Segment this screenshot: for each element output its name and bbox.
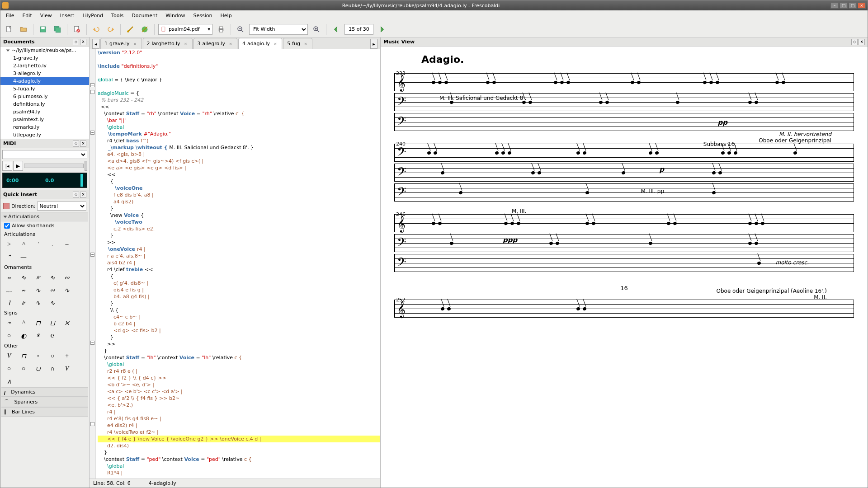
musicview-close-button[interactable]: × [859,39,865,45]
ornament-button[interactable]: ⌇ [3,298,15,308]
ornament-button[interactable]: ﹏ [3,285,15,295]
ornament-button[interactable]: 𝆗 [3,272,15,282]
ornament-button[interactable]: ∿ [47,272,58,282]
editor-tab[interactable]: 1-grave.ly× [100,38,142,49]
tabs-scroll-right[interactable]: ▸ [370,39,377,49]
ornament-button[interactable]: ∿ [61,285,73,295]
musicview-undock-button[interactable]: ◇ [851,39,858,45]
ornament-button[interactable]: ∿ [18,272,29,282]
editor-tab[interactable]: 2-larghetto.ly× [143,38,193,49]
sign-button[interactable]: ⊓ [32,318,44,328]
menu-session[interactable]: Session [190,11,216,20]
midi-close-button[interactable]: × [80,141,86,147]
articulation-button[interactable]: — [18,252,29,262]
midi-port-select[interactable] [2,150,87,159]
section-spanners[interactable]: ⌒ Spanners [1,397,88,407]
print-button[interactable] [215,23,227,35]
menu-file[interactable]: File [2,11,18,20]
document-item[interactable]: titlepage.ly [0,131,89,139]
menu-insert[interactable]: Insert [57,11,78,20]
zoom-out-button[interactable] [235,23,246,35]
ornament-button[interactable]: 𝆗 [18,285,29,295]
new-file-button[interactable] [3,23,15,35]
minimize-button[interactable]: – [830,2,839,9]
document-item[interactable]: 1-grave.ly [0,54,89,62]
save-button[interactable] [37,23,49,35]
direction-select[interactable]: Neutral [37,202,86,211]
section-articulations[interactable]: Articulations [1,212,88,221]
tab-close-icon[interactable]: × [132,41,138,47]
page-input[interactable] [344,24,373,35]
tab-close-icon[interactable]: × [303,41,308,47]
maximize-button[interactable]: ▢ [849,2,857,9]
editor-tab[interactable]: 5-fug× [283,38,312,49]
menu-help[interactable]: Help [217,11,236,20]
zoom-in-button[interactable] [311,23,322,35]
tab-close-icon[interactable]: × [228,41,233,47]
document-item[interactable]: remarks.ly [0,123,89,131]
articulation-button[interactable]: ^ [18,239,29,249]
sign-button[interactable]: ○ [3,331,15,341]
other-button[interactable]: ○ [47,351,58,361]
articulation-button[interactable]: . [47,239,58,249]
other-button[interactable]: ○ [3,364,15,374]
sign-button[interactable]: 𝄋 [32,331,44,341]
other-button[interactable]: ○ [18,364,29,374]
code-editor[interactable]: − − − − − − \version "2.12.0" \include "… [90,49,380,479]
sign-button[interactable]: 𝄐 [3,318,15,328]
ornament-button[interactable]: 𝆖 [18,298,29,308]
sign-button[interactable]: ^ [18,318,29,328]
document-item[interactable]: definitions.ly [0,100,89,108]
midi-play-button[interactable]: ▶ [13,161,23,171]
midi-position-slider[interactable] [24,164,84,168]
compile-preview-button[interactable] [139,23,151,35]
sign-button[interactable]: ⊔ [47,318,58,328]
articulation-button[interactable]: ⌃ [3,252,15,262]
allow-shorthands-checkbox[interactable] [4,223,10,229]
midi-volume-slider[interactable] [85,161,87,171]
section-dynamics[interactable]: f Dynamics [1,387,88,397]
other-button[interactable]: ∩ [47,364,58,374]
close-file-button[interactable] [71,23,83,35]
menu-lilypond[interactable]: LilyPond [79,11,107,20]
sign-button[interactable]: ℮ [47,331,58,341]
editor-tab[interactable]: 3-allegro.ly× [193,38,237,49]
save-all-button[interactable] [52,23,63,35]
tabs-scroll-left[interactable]: ◂ [92,39,99,49]
documents-undock-button[interactable]: ◇ [73,39,79,45]
other-button[interactable]: V [3,351,15,361]
ornament-button[interactable]: ∿ [32,285,44,295]
articulation-button[interactable]: ' [32,239,44,249]
quickinsert-undock-button[interactable]: ◇ [73,192,79,198]
editor-tab[interactable]: 4-adagio.ly× [238,38,282,49]
menu-tools[interactable]: Tools [108,11,127,20]
open-file-button[interactable] [18,23,29,35]
tab-close-icon[interactable]: × [183,41,189,47]
redo-button[interactable] [105,23,117,35]
document-item[interactable]: psalmtext.ly [0,116,89,123]
articulation-button[interactable]: – [61,239,73,249]
menu-edit[interactable]: Edit [19,11,35,20]
next-page-button[interactable] [376,23,388,35]
tab-close-icon[interactable]: × [273,41,278,47]
other-button[interactable]: ◦ [32,351,44,361]
menu-window[interactable]: Window [162,11,189,20]
music-view[interactable]: Adagio. 233 𝄞 M. III. Salicional und Ged… [381,47,868,488]
articulation-button[interactable]: > [3,239,15,249]
documents-folder[interactable]: ~/ly/lilymusic/reubke/ps... [0,47,89,54]
document-item[interactable]: 5-fuga.ly [0,85,89,93]
other-button[interactable]: + [61,351,73,361]
documents-close-button[interactable]: × [80,39,86,45]
close-button[interactable]: × [858,2,866,9]
ornament-button[interactable]: 𝆖 [32,272,44,282]
document-item[interactable]: psalm94.ly [0,108,89,116]
ornament-button[interactable]: ∾ [61,272,73,282]
document-item[interactable]: 3-allegro.ly [0,70,89,77]
ornament-button[interactable]: ∿ [32,298,44,308]
undo-button[interactable] [90,23,102,35]
document-item[interactable]: 4-adagio.ly [0,77,89,85]
section-barlines[interactable]: ∥ Bar Lines [1,407,88,417]
prev-page-button[interactable] [330,23,342,35]
sign-button[interactable]: ◐ [18,331,29,341]
ornament-button[interactable]: ∾ [47,285,58,295]
